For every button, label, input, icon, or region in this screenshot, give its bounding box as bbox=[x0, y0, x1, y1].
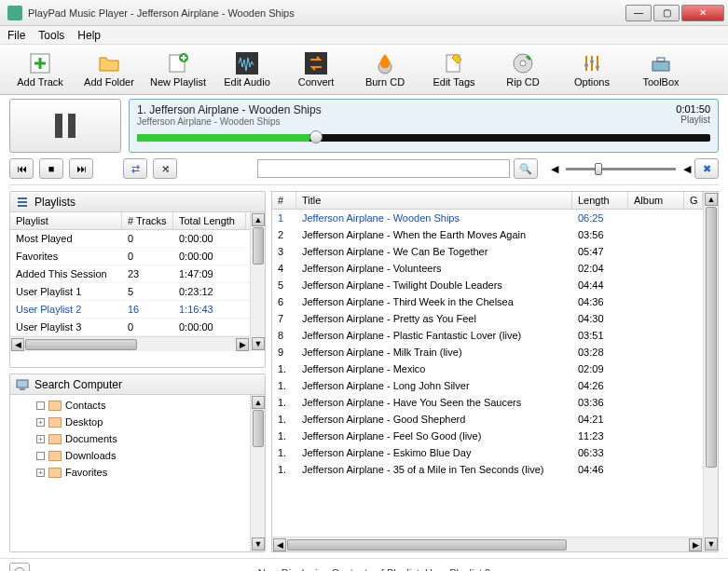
svg-point-10 bbox=[590, 60, 594, 63]
toolbox-icon bbox=[650, 52, 672, 75]
expand-icon[interactable]: + bbox=[36, 435, 45, 443]
volume-thumb[interactable] bbox=[595, 163, 602, 175]
track-row[interactable]: 1.Jefferson Airplane - Feel So Good (liv… bbox=[272, 428, 703, 444]
edit-tags-button[interactable]: Edit Tags bbox=[421, 48, 487, 92]
disc-button[interactable] bbox=[9, 563, 30, 572]
shuffle-icon: ⤨ bbox=[161, 163, 170, 175]
edit-audio-button[interactable]: Edit Audio bbox=[214, 48, 280, 92]
th-tracks[interactable]: # Tracks bbox=[122, 212, 173, 229]
new-playlist-button[interactable]: New Playlist bbox=[145, 48, 211, 92]
track-row[interactable]: 4Jefferson Airplane - Volunteers02:04 bbox=[272, 260, 703, 277]
folder-tree: Contacts+Desktop+DocumentsDownloads+Favo… bbox=[10, 395, 250, 551]
tracks-vscroll[interactable]: ▲▼ bbox=[703, 192, 718, 551]
track-row[interactable]: 1Jefferson Airplane - Wooden Ships06:25 bbox=[272, 210, 703, 226]
toolbar: Add Track Add Folder New Playlist Edit A… bbox=[0, 45, 728, 95]
playlists-table: Playlist # Tracks Total Length Most Play… bbox=[10, 212, 250, 336]
tree-node[interactable]: +Favorites bbox=[14, 464, 246, 481]
close-button[interactable]: ✕ bbox=[681, 5, 724, 21]
expand-icon[interactable] bbox=[36, 401, 45, 410]
computer-icon bbox=[16, 378, 29, 391]
play-pause-button[interactable] bbox=[9, 99, 121, 153]
track-row[interactable]: 1.Jefferson Airplane - Good Shepherd04:2… bbox=[272, 411, 703, 428]
playlists-panel: Playlists Playlist # Tracks Total Length… bbox=[9, 191, 266, 368]
tree-node[interactable]: Downloads bbox=[14, 447, 246, 464]
tree-node[interactable]: +Desktop bbox=[14, 414, 246, 430]
waveform-icon bbox=[236, 52, 258, 75]
rip-cd-button[interactable]: Rip CD bbox=[490, 48, 556, 92]
track-row[interactable]: 5Jefferson Airplane - Twilight Double Le… bbox=[272, 277, 703, 293]
menu-tools[interactable]: Tools bbox=[38, 29, 64, 42]
convert-button[interactable]: Convert bbox=[283, 48, 349, 92]
playlists-vscroll[interactable]: ▲▼ bbox=[250, 212, 265, 351]
th-num[interactable]: # bbox=[272, 192, 296, 209]
shuffle-button[interactable]: ⤨ bbox=[153, 158, 177, 179]
mute-button[interactable]: ✖ bbox=[694, 158, 719, 179]
folder-icon bbox=[48, 468, 62, 478]
track-row[interactable]: 1.Jefferson Airplane - Mexico02:09 bbox=[272, 360, 703, 377]
svg-rect-12 bbox=[652, 61, 669, 71]
track-row[interactable]: 9Jefferson Airplane - Milk Train (live)0… bbox=[272, 344, 703, 360]
track-row[interactable]: 3Jefferson Airplane - We Can Be Together… bbox=[272, 243, 703, 260]
playlist-row[interactable]: Favorites00:00:00 bbox=[10, 248, 250, 265]
tree-node[interactable]: +Documents bbox=[14, 430, 246, 447]
track-row[interactable]: 6Jefferson Airplane - Third Week in the … bbox=[272, 293, 703, 310]
track-row[interactable]: 1.Jefferson Airplane - Have You Seen the… bbox=[272, 394, 703, 411]
track-row[interactable]: 1.Jefferson Airplane - Eskimo Blue Day06… bbox=[272, 444, 703, 461]
menubar: File Tools Help bbox=[0, 26, 728, 45]
tree-node[interactable]: Contacts bbox=[14, 397, 246, 414]
folder-icon bbox=[48, 451, 62, 461]
convert-icon bbox=[305, 52, 327, 75]
add-track-button[interactable]: Add Track bbox=[7, 48, 73, 92]
playlists-hscroll[interactable]: ◀▶ bbox=[10, 336, 250, 351]
pause-icon bbox=[55, 114, 76, 138]
disc-icon bbox=[14, 567, 25, 572]
maximize-button[interactable]: ▢ bbox=[653, 5, 680, 21]
search-input[interactable] bbox=[257, 159, 510, 178]
expand-icon[interactable]: + bbox=[36, 418, 45, 427]
menu-file[interactable]: File bbox=[7, 29, 25, 42]
next-button[interactable]: ⏭ bbox=[69, 158, 93, 179]
playlist-row[interactable]: Most Played00:00:00 bbox=[10, 230, 250, 248]
search-computer-panel: Search Computer Contacts+Desktop+Documen… bbox=[9, 374, 266, 552]
th-g[interactable]: G bbox=[684, 192, 703, 209]
minimize-button[interactable]: — bbox=[625, 5, 652, 21]
main-area: Playlists Playlist # Tracks Total Length… bbox=[0, 185, 728, 558]
repeat-button[interactable]: ⇄ bbox=[123, 158, 147, 179]
add-folder-button[interactable]: Add Folder bbox=[76, 48, 142, 92]
toolbox-button[interactable]: ToolBox bbox=[628, 48, 694, 92]
search-button[interactable]: 🔍 bbox=[514, 158, 538, 179]
burn-cd-button[interactable]: Burn CD bbox=[352, 48, 418, 92]
th-length[interactable]: Length bbox=[572, 192, 628, 209]
progress-thumb[interactable] bbox=[309, 130, 323, 143]
track-row[interactable]: 8Jefferson Airplane - Plastic Fantastic … bbox=[272, 327, 703, 344]
svg-rect-4 bbox=[305, 52, 327, 75]
right-column: # Title Length Album G 1Jefferson Airpla… bbox=[271, 191, 719, 552]
playlist-row[interactable]: User Playlist 150:23:12 bbox=[10, 283, 250, 301]
options-button[interactable]: Options bbox=[559, 48, 625, 92]
track-row[interactable]: 7Jefferson Airplane - Pretty as You Feel… bbox=[272, 310, 703, 327]
th-title[interactable]: Title bbox=[296, 192, 572, 209]
tree-vscroll[interactable]: ▲▼ bbox=[250, 395, 265, 551]
prev-button[interactable]: ⏮ bbox=[9, 158, 34, 179]
track-row[interactable]: 2Jefferson Airplane - When the Earth Mov… bbox=[272, 226, 703, 243]
expand-icon[interactable] bbox=[36, 452, 45, 460]
th-album[interactable]: Album bbox=[628, 192, 684, 209]
tracks-hscroll[interactable]: ◀▶ bbox=[272, 537, 703, 551]
window-title: PlayPad Music Player - Jefferson Airplan… bbox=[28, 7, 625, 19]
svg-point-9 bbox=[584, 63, 588, 67]
th-total[interactable]: Total Length bbox=[173, 212, 246, 229]
progress-bar[interactable] bbox=[137, 134, 710, 142]
search-computer-header: Search Computer bbox=[10, 374, 265, 395]
menu-help[interactable]: Help bbox=[77, 29, 101, 42]
playlist-row[interactable]: Added This Session231:47:09 bbox=[10, 265, 250, 283]
th-playlist[interactable]: Playlist bbox=[10, 212, 122, 229]
mute-icon: ✖ bbox=[703, 163, 711, 175]
stop-button[interactable]: ■ bbox=[39, 158, 63, 179]
volume-low-icon: ◀ bbox=[551, 163, 558, 175]
expand-icon[interactable]: + bbox=[36, 469, 45, 477]
track-row[interactable]: 1.Jefferson Airplane - Long John Silver0… bbox=[272, 377, 703, 394]
playlist-row[interactable]: User Playlist 300:00:00 bbox=[10, 319, 250, 336]
track-row[interactable]: 1.Jefferson Airplane - 35 of a Mile in T… bbox=[272, 461, 703, 478]
playlist-row[interactable]: User Playlist 2161:16:43 bbox=[10, 301, 250, 319]
volume-slider[interactable] bbox=[566, 168, 676, 170]
